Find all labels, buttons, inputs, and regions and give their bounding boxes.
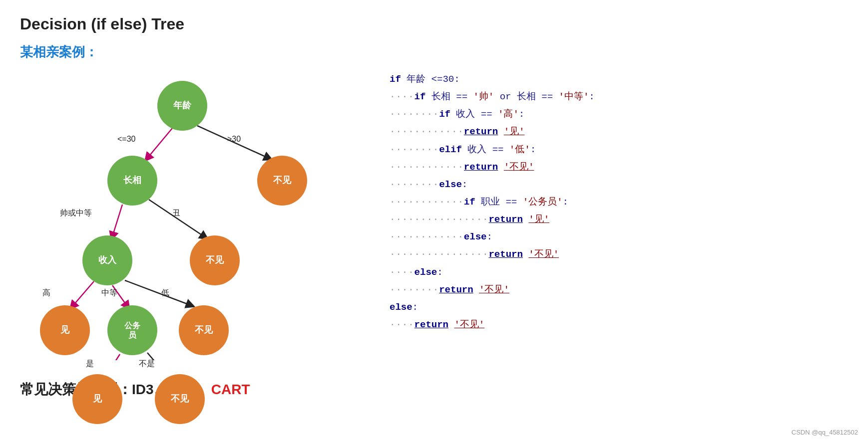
svg-line-4 xyxy=(72,281,94,306)
svg-line-6 xyxy=(125,280,191,305)
node-income: 收入 xyxy=(82,235,132,285)
node-age: 年龄 xyxy=(157,81,207,131)
node-bujian4: 不见 xyxy=(155,374,205,424)
node-jian2: 见 xyxy=(72,374,122,424)
node-face: 长相 xyxy=(107,156,157,206)
svg-line-7 xyxy=(106,354,120,360)
node-bujian1: 不见 xyxy=(257,156,307,206)
edge-label-gt30: >30 xyxy=(227,135,241,144)
code-area: if 年龄 <=30: ····if 长相 == '帅' or 长相 == '中… xyxy=(390,43,848,432)
svg-line-2 xyxy=(112,205,122,236)
code-block: if 年龄 <=30: ····if 长相 == '帅' or 长相 == '中… xyxy=(390,71,848,334)
edge-label-chou: 丑 xyxy=(172,208,180,219)
content-area: 某相亲案例： xyxy=(20,43,848,432)
node-bujian2: 不见 xyxy=(190,235,240,285)
edge-label-gao: 高 xyxy=(42,288,50,298)
edge-label-shuai: 帅或中等 xyxy=(60,208,92,219)
node-jian1: 见 xyxy=(40,305,90,355)
main-title: Decision (if else) Tree xyxy=(20,15,848,33)
tree-area: 某相亲案例： xyxy=(20,43,370,432)
edge-label-shi: 是 xyxy=(86,359,94,369)
edge-label-di: 低 xyxy=(161,288,169,298)
edge-label-le30: <=30 xyxy=(117,135,135,144)
svg-line-0 xyxy=(147,128,172,158)
tree-canvas: 年龄 长相 不见 收入 不见 见 公务员 不见 见 不见 xyxy=(20,66,345,375)
node-bujian3: 不见 xyxy=(179,305,229,355)
node-gwy: 公务员 xyxy=(107,305,157,355)
section-title: 某相亲案例： xyxy=(20,43,370,61)
edge-label-bushi: 不是 xyxy=(139,359,155,369)
edge-label-zhongdeng: 中等 xyxy=(101,288,117,298)
page-container: Decision (if else) Tree 某相亲案例： xyxy=(0,0,868,442)
bottom-text-cart: CART xyxy=(211,382,250,397)
watermark: CSDN @qq_45812502 xyxy=(792,429,858,436)
